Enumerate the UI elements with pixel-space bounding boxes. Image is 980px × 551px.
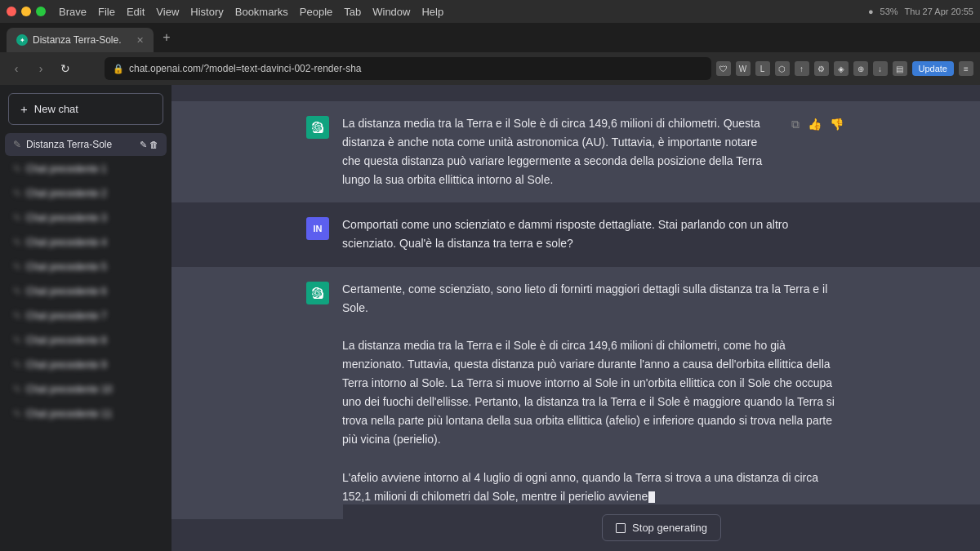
extension-sync-icon[interactable]: ↑ (795, 61, 809, 76)
url-text: chat.openai.com/?model=text-davinci-002-… (129, 63, 703, 74)
user-avatar-2: IN (306, 217, 329, 240)
close-window-btn[interactable] (7, 7, 16, 16)
menu-window[interactable]: Window (372, 6, 410, 18)
reload-btn[interactable]: ↻ (56, 59, 75, 78)
sidebar-item-text-11: Chat precedente 11 (26, 408, 158, 420)
menu-brave[interactable]: Brave (59, 6, 87, 18)
chat-icon-4: ✎ (13, 237, 21, 248)
thumbsup-btn-1[interactable]: 👍 (806, 116, 823, 189)
macos-menu: Brave File Edit View History Bookmarks P… (59, 6, 443, 18)
chat-icon-11: ✎ (13, 408, 21, 420)
gpt-avatar-1 (306, 116, 329, 139)
sidebar-item-0[interactable]: ✎ Distanza Terra-Sole ✎ 🗑 (5, 133, 167, 156)
sidebar-item-text-7: Chat precedente 7 (26, 310, 158, 322)
maximize-window-btn[interactable] (36, 7, 46, 16)
sidebar-item-6[interactable]: ✎ Chat precedente 6 (5, 280, 167, 303)
message-group-3: Certamente, come scienziato, sono lieto … (172, 267, 980, 519)
tab-favicon: ✦ (16, 34, 28, 46)
chat-icon-7: ✎ (13, 310, 21, 322)
home-btn (80, 59, 100, 78)
menu-people[interactable]: People (300, 6, 332, 18)
thumbsdown-btn-1[interactable]: 👎 (828, 116, 845, 189)
sidebar-item-3[interactable]: ✎ Chat precedente 3 (5, 207, 167, 229)
ssl-lock-icon: 🔒 (113, 64, 124, 74)
stop-generating-label: Stop generating (632, 522, 707, 534)
tab-bar: ✦ Distanza Terra-Sole. ✕ + (0, 23, 980, 52)
copy-btn-1[interactable]: ⧉ (790, 116, 801, 189)
message-inner-3: Certamente, come scienziato, sono lieto … (290, 280, 862, 506)
app-layout: + New chat ✎ Distanza Terra-Sole ✎ 🗑 ✎ C… (0, 85, 980, 551)
sidebar-item-text-3: Chat precedente 3 (26, 212, 158, 224)
minimize-window-btn[interactable] (21, 7, 31, 16)
plus-icon: + (20, 102, 28, 116)
new-chat-label: New chat (34, 103, 78, 115)
active-tab[interactable]: ✦ Distanza Terra-Sole. ✕ (7, 28, 154, 52)
sidebar-items-list: ✎ Distanza Terra-Sole ✎ 🗑 ✎ Chat precede… (0, 130, 172, 551)
menu-file[interactable]: File (98, 6, 115, 18)
menu-edit[interactable]: Edit (127, 6, 145, 18)
sidebar-item-actions-0: ✎ 🗑 (140, 140, 158, 150)
extension-2-icon[interactable]: ◈ (834, 61, 849, 76)
chat-icon-9: ✎ (13, 359, 21, 371)
download-icon[interactable]: ↓ (873, 61, 888, 76)
edit-icon[interactable]: ✎ (140, 140, 147, 150)
chat-area: La distanza media tra la Terra e il Sole… (172, 85, 980, 551)
update-button[interactable]: Update (912, 61, 954, 76)
sidebar-item-7[interactable]: ✎ Chat precedente 7 (5, 304, 167, 327)
delete-icon[interactable]: 🗑 (149, 140, 158, 150)
message-group-2: IN Comportati come uno scienziato e damm… (172, 202, 980, 266)
sidebar-item-4[interactable]: ✎ Chat precedente 4 (5, 231, 167, 254)
stop-icon (616, 523, 626, 533)
nav-bar: ‹ › ↻ 🔒 chat.openai.com/?model=text-davi… (0, 52, 980, 85)
sidebar-item-text-0: Distanza Terra-Sole (26, 139, 135, 150)
sidebar-item-text-4: Chat precedente 4 (26, 237, 158, 248)
menu-bookmarks[interactable]: Bookmarks (235, 6, 288, 18)
sidebar-item-10[interactable]: ✎ Chat precedente 10 (5, 378, 167, 401)
stop-generating-button[interactable]: Stop generating (602, 514, 721, 541)
sidebar-item-1[interactable]: ✎ Chat precedente 1 (5, 158, 167, 180)
sidebar-item-11[interactable]: ✎ Chat precedente 11 (5, 402, 167, 425)
sidebar-item-8[interactable]: ✎ Chat precedente 8 (5, 329, 167, 352)
extension-vpn-icon[interactable]: ⬡ (775, 61, 790, 76)
chat-icon-1: ✎ (13, 163, 21, 175)
chat-icon-10: ✎ (13, 384, 21, 395)
sidebar-item-9[interactable]: ✎ Chat precedente 9 (5, 353, 167, 376)
menu-icon[interactable]: ≡ (959, 61, 973, 76)
new-chat-button[interactable]: + New chat (8, 93, 163, 125)
sidebar-item-text-10: Chat precedente 10 (26, 384, 158, 395)
extension-leo-icon[interactable]: L (755, 61, 770, 76)
forward-btn[interactable]: › (31, 59, 51, 78)
stop-bar: Stop generating (343, 504, 980, 551)
traffic-lights (7, 7, 46, 16)
messages-container: La distanza media tra la Terra e il Sole… (172, 85, 980, 551)
sidebar: + New chat ✎ Distanza Terra-Sole ✎ 🗑 ✎ C… (0, 85, 172, 551)
menu-history[interactable]: History (190, 6, 223, 18)
sidebar-item-2[interactable]: ✎ Chat precedente 2 (5, 182, 167, 205)
extension-shield-icon[interactable]: 🛡 (716, 61, 731, 76)
tab-close-btn[interactable]: ✕ (136, 35, 144, 46)
menu-tab[interactable]: Tab (344, 6, 361, 18)
wifi-icon: ● (868, 7, 874, 16)
extension-wallet-icon[interactable]: W (736, 61, 751, 76)
sidebar-toggle-icon[interactable]: ▤ (893, 61, 907, 76)
chat-icon-2: ✎ (13, 188, 21, 199)
chat-icon-8: ✎ (13, 335, 21, 346)
typing-cursor (648, 491, 655, 503)
battery-icon: 53% (880, 7, 898, 16)
titlebar: Brave File Edit View History Bookmarks P… (0, 0, 980, 23)
back-btn[interactable]: ‹ (7, 59, 26, 78)
browser-chrome: ✦ Distanza Terra-Sole. ✕ + ‹ › ↻ 🔒 chat.… (0, 23, 980, 85)
sidebar-item-5[interactable]: ✎ Chat precedente 5 (5, 256, 167, 278)
extension-3-icon[interactable]: ⊕ (853, 61, 868, 76)
menu-view[interactable]: View (156, 6, 179, 18)
gpt-avatar-3 (306, 282, 329, 304)
chat-icon-3: ✎ (13, 212, 21, 224)
sidebar-item-text-6: Chat precedente 6 (26, 286, 158, 297)
message-content-1: La distanza media tra la Terra e il Sole… (342, 114, 777, 189)
address-bar[interactable]: 🔒 chat.openai.com/?model=text-davinci-00… (105, 57, 711, 80)
message-actions-1: ⧉ 👍 👎 (790, 116, 845, 189)
new-tab-btn[interactable]: + (157, 28, 176, 47)
sidebar-item-text-1: Chat precedente 1 (26, 163, 158, 175)
menu-help[interactable]: Help (421, 6, 443, 18)
extension-misc-icon[interactable]: ⚙ (814, 61, 829, 76)
